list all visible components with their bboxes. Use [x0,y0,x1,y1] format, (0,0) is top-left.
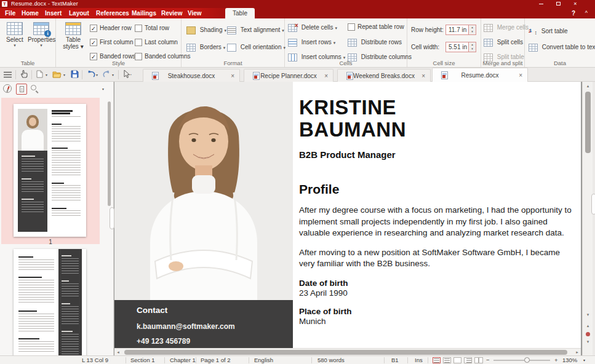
sidebar-menu-icon[interactable] [2,69,13,80]
tab-table-contextual[interactable]: Table [225,8,255,18]
sort-table-button[interactable]: 21↕ Sort table [529,26,570,37]
checkbox-first-column[interactable]: ✓First column [90,38,133,48]
row-height-input[interactable]: 11.7 in ▴▾ [445,25,476,35]
zoom-level[interactable]: 130% [562,356,577,364]
vertical-scrollbar-thumb[interactable] [585,92,591,153]
sidebar-scrollbar-thumb[interactable] [108,101,111,206]
borders-button[interactable]: Borders▾ [186,42,225,53]
close-tab-icon[interactable]: × [324,69,328,82]
checkbox-repeat-table-row[interactable]: Repeat table row [348,23,404,33]
collapse-ribbon-button[interactable]: ^ [585,8,588,18]
page-indicator[interactable]: Page 1 of 2 [201,356,231,364]
continuous-view-icon[interactable] [464,357,472,363]
section-indicator[interactable]: Section 1 [130,356,155,364]
dob-value: 23 April 1990 [299,288,576,298]
status-bar: L 13 Col 9 Section 1 Chapter 1 Page 1 of… [0,355,595,364]
sidebar-search-button[interactable] [30,84,41,95]
draft-view-icon[interactable] [433,357,441,363]
reading-view-icon[interactable] [474,357,482,363]
object-select-caret-icon[interactable]: ▪ [130,73,132,76]
scroll-down-icon[interactable]: ▾ [583,311,593,319]
checkbox-header-row[interactable]: ✓Header row [90,24,132,34]
checkbox-total-row[interactable]: Total row [135,24,169,34]
doctab-weekend-breaks[interactable]: Weekend Breaks.docx × [337,69,431,82]
standard-view-icon[interactable] [443,357,451,363]
new-document-button[interactable] [34,69,45,80]
undo-button[interactable] [86,69,96,80]
browse-object-icon[interactable] [586,332,590,336]
insert-mode-indicator[interactable]: Ins [415,356,423,364]
close-button[interactable]: × [568,0,583,8]
open-file-caret-icon[interactable]: ▾ [63,73,65,77]
open-file-button[interactable] [52,69,62,80]
table-styles-button[interactable]: Table styles ▾ [60,20,87,62]
sidebar-collapse-handle[interactable] [110,207,114,229]
right-panel-handle[interactable] [591,194,595,215]
horizontal-scrollbar[interactable]: ◂ ▸ [114,348,581,355]
zoom-slider-track[interactable] [493,360,550,361]
doctab-recipe-planner[interactable]: Recipe Planner.docx × [244,69,333,82]
redo-button[interactable] [102,69,112,80]
new-document-caret-icon[interactable]: ▾ [46,73,47,77]
horizontal-scrollbar-thumb[interactable] [124,350,567,355]
insert-rows-button[interactable]: Insert rows▾ [288,37,335,48]
object-mode-button[interactable] [2,84,14,95]
redo-caret-icon[interactable]: ▾ [112,73,114,77]
zoom-in-button[interactable]: + [554,356,558,364]
save-button[interactable] [70,69,80,80]
menu-insert[interactable]: Insert [45,8,62,18]
sidebar-options-caret-icon[interactable]: ▾ [102,87,104,91]
toolbar-separator [15,70,16,79]
select-button[interactable]: Select ▾ [1,20,28,62]
shading-button[interactable]: Shading▾ [186,25,226,36]
zoom-options-caret-icon[interactable]: ▾ [583,357,585,364]
zoom-out-button[interactable]: − [486,356,490,364]
split-cells-button[interactable]: Split cells [484,37,525,48]
doctab-resume-active[interactable]: Resume.docx × [432,68,528,82]
scroll-up-icon[interactable]: ▴ [583,82,593,90]
close-tab-icon[interactable]: × [231,69,234,82]
undo-caret-icon[interactable]: ▾ [96,73,98,77]
page-thumbnails-button[interactable] [16,84,27,95]
help-button[interactable]: ? [572,8,575,18]
menu-layout[interactable]: Layout [69,8,89,18]
touch-mode-button[interactable] [18,69,29,80]
doctab-steakhouse[interactable]: Steakhouse.docx × [143,69,240,82]
menu-review[interactable]: Review [161,8,182,18]
properties-button[interactable]: i Properties ▾ [28,20,55,62]
cell-orientation-button[interactable]: Cell orientation▾ [227,42,286,53]
row-height-spinner[interactable]: ▴▾ [468,25,476,34]
close-tab-icon[interactable]: × [519,68,522,82]
maximize-button[interactable] [551,0,565,8]
next-object-icon[interactable]: ▾ [583,338,593,346]
checkbox-last-column[interactable]: Last column [135,38,178,48]
menu-references[interactable]: References [96,8,129,18]
word-count[interactable]: 580 words [317,356,345,364]
vertical-scrollbar[interactable]: ▴ ▾ ▴ ▾ [582,82,593,355]
page-thumbnail-2[interactable] [14,249,86,364]
menu-view[interactable]: View [188,8,202,18]
minimize-button[interactable] [533,0,548,8]
mini-name-bar [52,113,70,114]
convert-table-to-text-button[interactable]: Convert table to text [529,42,595,53]
distribute-rows-button[interactable]: Distribute rows [348,37,404,48]
zoom-slider-knob[interactable] [524,357,530,363]
paragraph-style-indicator[interactable]: B1 [391,356,399,364]
menu-home[interactable]: Home [22,8,39,18]
maximize-icon [556,2,561,6]
language-indicator[interactable]: English [254,356,273,364]
resume-photo[interactable] [114,82,293,300]
cell-width-input[interactable]: 5.51 in ▴▾ [445,42,476,52]
menu-file[interactable]: File [5,8,15,18]
page-layout-view-icon[interactable] [453,357,461,363]
page-thumbnail-1[interactable] [14,104,86,237]
chapter-indicator[interactable]: Chapter 1 [170,356,196,364]
cell-width-spinner[interactable]: ▴▾ [468,42,476,52]
cursor-position[interactable]: L 13 Col 9 [82,356,108,364]
text-alignment-button[interactable]: Text alignment▾ [227,25,284,36]
previous-object-icon[interactable]: ▴ [583,322,593,330]
document-page[interactable]: Contact k.baumann@softmaker.com +49 123 … [114,82,581,355]
close-tab-icon[interactable]: × [421,69,425,82]
menu-mailings[interactable]: Mailings [132,8,156,18]
delete-cells-button[interactable]: × Delete cells▾ [288,22,337,33]
